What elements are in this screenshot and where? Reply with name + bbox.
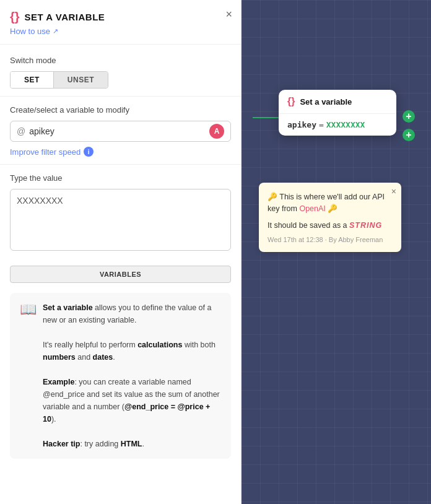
variables-button[interactable]: VARIABLES xyxy=(10,266,231,283)
tooltip-line1: 🔑 This is where we'll add our API key fr… xyxy=(268,191,393,215)
help-hacker-tip: Hacker tip: try adding HTML. xyxy=(43,440,144,448)
string-badge: STRING xyxy=(349,221,382,230)
set-a-variable-bold: Set a variable xyxy=(43,303,93,312)
how-to-use-link[interactable]: How to use ↗ xyxy=(10,27,58,36)
at-symbol: @ xyxy=(17,126,25,136)
variable-input[interactable] xyxy=(29,121,209,141)
close-button[interactable]: × xyxy=(225,9,232,20)
unset-button[interactable]: UNSET xyxy=(54,72,108,88)
help-text: Set a variable allows you to define the … xyxy=(43,302,221,450)
help-example: Example: you can create a variable named… xyxy=(43,378,220,424)
info-icon: i xyxy=(84,147,94,157)
node-curly-icon: {} xyxy=(287,96,295,107)
mode-toggle: SET UNSET xyxy=(10,71,108,89)
title-row: {} SET A VARIABLE xyxy=(10,10,231,24)
plus-bottom-button[interactable]: + xyxy=(403,129,415,141)
mode-label: Switch mode xyxy=(10,56,231,65)
tooltip-card: × 🔑 This is where we'll add our API key … xyxy=(259,183,401,252)
node-header: {} Set a variable xyxy=(279,90,396,114)
book-icon: 📖 xyxy=(20,302,37,450)
tooltip-close-button[interactable]: × xyxy=(391,186,396,196)
curly-brace-icon: {} xyxy=(10,10,20,24)
variable-input-wrapper: @ A xyxy=(10,121,231,142)
var-name: apikey xyxy=(287,120,316,129)
arrow-line xyxy=(253,117,279,118)
node-title: Set a variable xyxy=(300,97,352,106)
equals-sign: = xyxy=(319,120,324,129)
set-button[interactable]: SET xyxy=(11,72,54,88)
mode-section: Switch mode SET UNSET xyxy=(0,45,241,97)
avatar: A xyxy=(209,124,224,139)
panel-title: SET A VARIABLE xyxy=(25,12,105,22)
variable-section: Create/select a variable to modify @ A I… xyxy=(0,97,241,165)
node-var-row: apikey = XXXXXXXX xyxy=(287,120,388,129)
right-panel: {} Set a variable apikey = XXXXXXXX + + … xyxy=(242,0,431,504)
left-panel: {} SET A VARIABLE How to use ↗ × Switch … xyxy=(0,0,242,504)
value-textarea[interactable]: XXXXXXXX xyxy=(10,189,231,251)
openai-link[interactable]: OpenAI xyxy=(299,204,325,213)
help-box: 📖 Set a variable allows you to define th… xyxy=(10,293,231,459)
panel-header: {} SET A VARIABLE How to use ↗ × xyxy=(0,0,241,45)
value-label: Type the value xyxy=(10,173,231,183)
tooltip-line2: It should be saved as a STRING xyxy=(268,220,393,232)
tooltip-meta: Wed 17th at 12:38 · By Abby Freeman xyxy=(268,236,393,243)
improve-filter-link[interactable]: Improve filter speed i xyxy=(10,147,231,157)
node-card: {} Set a variable apikey = XXXXXXXX xyxy=(279,90,396,136)
var-value: XXXXXXXX xyxy=(326,120,365,129)
external-link-icon: ↗ xyxy=(53,27,58,35)
avatar-letter: A xyxy=(214,127,220,136)
how-to-use-label: How to use xyxy=(10,27,50,36)
variable-label: Create/select a variable to modify xyxy=(10,105,231,115)
help-line2: It's really helpful to perform calculati… xyxy=(43,341,215,362)
value-section: Type the value XXXXXXXX xyxy=(0,165,241,261)
improve-filter-text: Improve filter speed xyxy=(10,147,81,157)
node-body: apikey = XXXXXXXX xyxy=(279,114,396,136)
plus-right-button[interactable]: + xyxy=(403,110,415,123)
